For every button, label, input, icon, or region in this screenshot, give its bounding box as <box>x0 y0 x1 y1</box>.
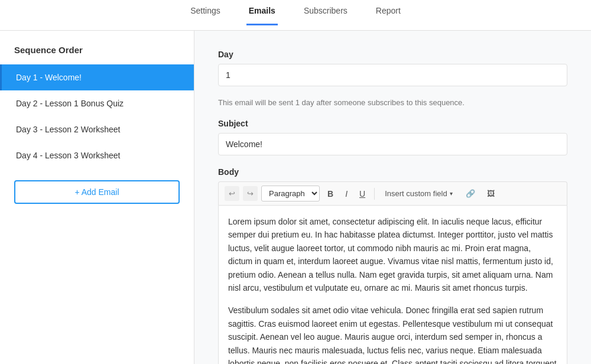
redo-button[interactable]: ↪ <box>243 186 258 201</box>
nav-subscribers[interactable]: Subscribers <box>301 6 350 25</box>
body-label: Body <box>218 167 567 177</box>
day-label: Day <box>218 50 567 59</box>
nav-settings[interactable]: Settings <box>188 6 223 25</box>
day-input[interactable] <box>218 64 567 86</box>
body-paragraph-1: Lorem ipsum dolor sit amet, consectetur … <box>228 215 557 294</box>
sidebar: Sequence Order Day 1 - Welcome! Day 2 - … <box>0 31 194 364</box>
add-email-button[interactable]: + Add Email <box>14 180 180 204</box>
bold-button[interactable]: B <box>323 186 337 202</box>
body-paragraph-2: Vestibulum sodales sit amet odio vitae v… <box>228 304 557 364</box>
insert-custom-field-button[interactable]: Insert custom field ▾ <box>379 186 458 201</box>
subject-input[interactable] <box>218 133 567 155</box>
editor-body[interactable]: Lorem ipsum dolor sit amet, consectetur … <box>218 205 567 364</box>
body-field-group: Body ↩ ↪ Paragraph Heading 1 Heading 2 B… <box>218 167 567 364</box>
chevron-down-icon: ▾ <box>450 190 453 197</box>
main-layout: Sequence Order Day 1 - Welcome! Day 2 - … <box>0 31 591 364</box>
sidebar-item-day3[interactable]: Day 3 - Lesson 2 Worksheet <box>0 116 194 142</box>
top-navigation: Settings Emails Subscribers Report <box>0 0 591 31</box>
sidebar-item-day2[interactable]: Day 2 - Lesson 1 Bonus Quiz <box>0 90 194 116</box>
sidebar-item-day1[interactable]: Day 1 - Welcome! <box>0 64 194 90</box>
nav-emails[interactable]: Emails <box>246 6 278 25</box>
sidebar-item-day4[interactable]: Day 4 - Lesson 3 Worksheet <box>0 142 194 168</box>
subject-field-group: Subject <box>218 119 567 155</box>
custom-field-label: Insert custom field <box>385 189 447 198</box>
day-field-group: Day <box>218 50 567 86</box>
underline-button[interactable]: U <box>355 186 369 202</box>
content-area: Day This email will be sent 1 day after … <box>194 31 591 364</box>
italic-button[interactable]: I <box>341 186 352 202</box>
toolbar-divider <box>374 188 375 200</box>
nav-report[interactable]: Report <box>374 6 403 25</box>
link-button[interactable]: 🔗 <box>462 186 479 201</box>
image-button[interactable]: 🖼 <box>483 186 499 201</box>
undo-button[interactable]: ↩ <box>225 186 239 201</box>
editor-toolbar: ↩ ↪ Paragraph Heading 1 Heading 2 B I U … <box>218 181 567 205</box>
paragraph-select[interactable]: Paragraph Heading 1 Heading 2 <box>261 186 320 202</box>
day-hint-text: This email will be sent 1 day after some… <box>218 98 567 107</box>
subject-label: Subject <box>218 119 567 128</box>
sidebar-title: Sequence Order <box>0 45 194 64</box>
